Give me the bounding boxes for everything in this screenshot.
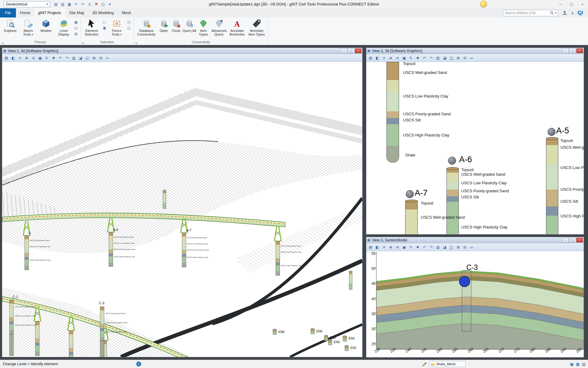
borehole-log-a5[interactable]: [546, 138, 558, 234]
panel-launcher-icon[interactable]: [2, 42, 4, 44]
adjust-brightness-icon[interactable]: ☀: [381, 55, 387, 61]
zoom-out-icon[interactable]: ⊖: [30, 55, 36, 61]
adjust-brightness-icon[interactable]: ☀: [17, 55, 23, 61]
view3-titlebar[interactable]: ▣ View 3, SectionModel ─ ▢ ×: [366, 237, 584, 243]
view-previous-icon[interactable]: ↶: [421, 55, 428, 61]
copy-view-icon[interactable]: ▥: [435, 55, 441, 61]
annotate-item-types-button[interactable]: Annotate Item Types: [247, 18, 267, 36]
view1-canvas[interactable]: USCS Well-graded Sand USCS Low Plasticit…: [2, 62, 362, 357]
view-previous-icon[interactable]: ↶: [421, 244, 428, 250]
view-restore-button[interactable]: ▢: [569, 238, 576, 242]
view-attributes-icon[interactable]: ▤: [368, 55, 374, 61]
user-icon[interactable]: [562, 10, 567, 15]
view-dialog-icon[interactable]: ▭: [104, 55, 111, 61]
view-close-button[interactable]: ×: [355, 48, 361, 53]
selection-method-icon[interactable]: ▢: [102, 20, 107, 25]
arrange-windows-icon[interactable]: ⊞: [455, 244, 461, 250]
models-button[interactable]: Models: [37, 18, 55, 33]
tile-windows-icon[interactable]: ⊟: [462, 55, 468, 61]
search-caret-icon[interactable]: ▾: [555, 11, 556, 14]
advanced-query-button[interactable]: Advanced Query: [210, 18, 228, 36]
clip-mask-icon[interactable]: ◫: [448, 55, 454, 61]
selection-mode-icon[interactable]: ▣: [102, 25, 107, 30]
panel-launcher-icon[interactable]: [83, 42, 85, 44]
database-connectivity-button[interactable]: Database Connectivity: [135, 18, 158, 36]
borehole-log-a6[interactable]: [447, 168, 459, 234]
view3-canvas[interactable]: 55504540353025 2302352402452502552602652…: [366, 251, 584, 357]
arrange-windows-icon[interactable]: ⊞: [91, 55, 97, 61]
view-close-button[interactable]: ×: [576, 238, 583, 242]
view-next-icon[interactable]: ↷: [64, 55, 70, 61]
ribbon-search-box[interactable]: ▾: [503, 10, 558, 16]
arrange-windows-icon[interactable]: ⊞: [455, 55, 461, 61]
view-previous-icon[interactable]: ↶: [57, 55, 63, 61]
save-icon[interactable]: ▤: [53, 1, 59, 7]
minimize-ribbon-icon[interactable]: ∧: [571, 11, 574, 15]
clip-volume-icon[interactable]: ◪: [77, 55, 84, 61]
maximize-button[interactable]: ▢: [566, 0, 577, 8]
clip-volume-icon[interactable]: ◪: [442, 244, 448, 250]
adjust-brightness-icon[interactable]: ☀: [381, 244, 387, 250]
clip-volume-icon[interactable]: ◪: [442, 55, 448, 61]
fence-status-icon[interactable]: ▦: [576, 362, 579, 366]
view-close-button[interactable]: ×: [576, 48, 583, 53]
panel-launcher-icon[interactable]: [136, 42, 138, 44]
view2-canvas[interactable]: Topsoil USCS Well-graded Sand USCS Low P…: [366, 62, 584, 234]
view-attributes-icon[interactable]: ▤: [3, 55, 9, 61]
view-restore-button[interactable]: ▢: [348, 48, 354, 53]
active-mesh-field[interactable]: Shale_Mesh: [429, 361, 466, 367]
view-restore-button[interactable]: ▢: [569, 48, 576, 53]
attach-tools-button[interactable]: Attach Tools ▾: [19, 18, 37, 36]
view-display-mode-icon[interactable]: ◧: [10, 55, 16, 61]
save-settings-icon[interactable]: ▥: [59, 1, 66, 7]
connect-notification-icon[interactable]: [480, 1, 487, 7]
close-button[interactable]: ×: [577, 0, 588, 8]
annotate-boreholes-button[interactable]: A Annotate Boreholes: [228, 18, 247, 36]
saved-views-icon[interactable]: ◫: [73, 25, 79, 30]
zoom-in-icon[interactable]: ⊕: [388, 55, 394, 61]
redo-icon[interactable]: ↷: [80, 1, 86, 7]
zoom-in-icon[interactable]: ⊕: [24, 55, 30, 61]
explorer-button[interactable]: Explorer: [2, 18, 19, 33]
borehole-log-partial[interactable]: [386, 62, 399, 163]
tab-site-map[interactable]: Site Map: [65, 8, 88, 17]
view-next-icon[interactable]: ↷: [428, 55, 434, 61]
tab-gint-projects[interactable]: gINT Projects: [34, 8, 65, 17]
borehole-marker[interactable]: [448, 157, 456, 165]
copy-view-icon[interactable]: ▥: [435, 244, 441, 250]
minimize-button[interactable]: ─: [555, 0, 566, 8]
rotate-view-icon[interactable]: ↻: [408, 244, 414, 250]
pan-view-icon[interactable]: ✚: [415, 55, 421, 61]
compress-icon[interactable]: ▦: [66, 1, 73, 7]
view-minimize-button[interactable]: ─: [562, 238, 569, 242]
connect-advisor-icon[interactable]: [578, 11, 583, 15]
info-icon[interactable]: i: [136, 362, 141, 366]
zoom-out-icon[interactable]: ⊖: [394, 55, 401, 61]
clip-mask-icon[interactable]: ◫: [448, 244, 454, 250]
qat-customize-icon[interactable]: ▾: [107, 1, 113, 7]
pencil-icon[interactable]: [422, 362, 427, 367]
section-strata-bands[interactable]: [376, 271, 584, 349]
selection-set-icon[interactable]: ▣: [570, 362, 574, 366]
view1-titlebar[interactable]: ▣ View 1, 3d [Software Graphics] ─ ▢ ×: [2, 48, 362, 54]
view-minimize-button[interactable]: ─: [562, 48, 569, 53]
pin-icon[interactable]: ⚑: [93, 1, 100, 7]
window-list-icon[interactable]: ▥: [73, 31, 79, 36]
tab-mesh[interactable]: Mesh: [118, 8, 135, 17]
item-types-button[interactable]: Item Types: [196, 18, 210, 36]
print-icon[interactable]: ⎙: [86, 1, 93, 7]
view-display-mode-icon[interactable]: ◧: [374, 55, 380, 61]
copy-view-icon[interactable]: ▥: [71, 55, 77, 61]
tile-windows-icon[interactable]: ⊟: [462, 244, 468, 250]
borehole-log-a7[interactable]: [405, 201, 418, 234]
fit-view-icon[interactable]: ▣: [37, 55, 43, 61]
view-next-icon[interactable]: ↷: [428, 244, 434, 250]
borehole-marker[interactable]: [548, 128, 556, 136]
pan-view-icon[interactable]: ✚: [415, 244, 421, 250]
details-grid-icon[interactable]: ▨: [582, 362, 586, 366]
tab-3d-modeling[interactable]: 3D Modeling: [88, 8, 118, 17]
tab-file[interactable]: File: [0, 8, 16, 17]
query-all-button[interactable]: ? Query All: [182, 18, 196, 33]
fit-view-icon[interactable]: ▣: [401, 55, 407, 61]
view-dialog-icon[interactable]: ▭: [469, 244, 475, 250]
